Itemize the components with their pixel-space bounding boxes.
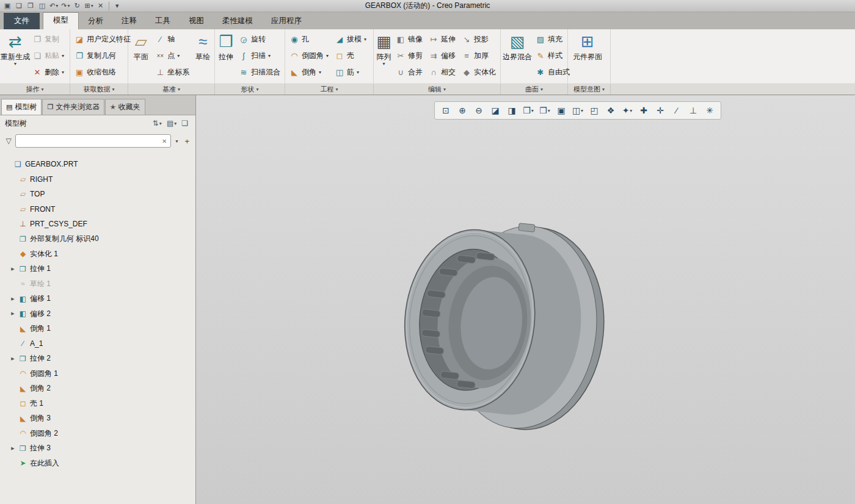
tree-filters-icon[interactable]: ⇅▾ [150, 119, 164, 128]
sketch-button[interactable]: ≈ 草绘 [192, 30, 213, 61]
tree-item[interactable]: ◣倒角 1 [0, 322, 195, 337]
section-icon[interactable]: ◫▾ [570, 103, 585, 118]
tree-columns-icon[interactable]: ▤▾ [164, 119, 179, 128]
expand-arrow-icon[interactable]: ▶ [9, 311, 17, 316]
scene-icon[interactable]: ❖ [603, 103, 618, 118]
save-icon[interactable]: ◫ [37, 1, 48, 11]
saved-orientations-icon[interactable]: ❐▾ [537, 103, 552, 118]
tree-item[interactable]: ⊥PRT_CSYS_DEF [0, 217, 195, 232]
ribbon-tab-model[interactable]: 模型 [43, 12, 79, 29]
group-label-datum[interactable]: 基准▾ [128, 84, 215, 95]
filter-icon[interactable]: ▽ [4, 137, 13, 145]
extend-button[interactable]: ↦ 延伸 [426, 31, 459, 48]
new-file-icon[interactable]: ❏ [13, 1, 24, 11]
boundary-blend-button[interactable]: ▧ 边界混合 [502, 30, 533, 61]
chamfer-button[interactable]: ◣ 倒角 ▾ [286, 64, 332, 81]
undo-icon[interactable]: ↶▾ [48, 1, 59, 11]
tree-item[interactable]: ▶❒拉伸 2 [0, 351, 195, 367]
delete-button[interactable]: ✕ 删除 ▾ [29, 64, 67, 81]
ribbon-tab-file[interactable]: 文件 [4, 13, 40, 29]
shell-button[interactable]: ◻ 壳 [332, 48, 369, 64]
group-label-editing[interactable]: 编辑▾ [374, 84, 501, 95]
gearbox-model[interactable] [395, 212, 614, 437]
search-options-chevron-icon[interactable]: ▾ [173, 139, 180, 144]
draft-button[interactable]: ◢ 拔模 ▾ [332, 31, 369, 48]
close-window-icon[interactable]: ✕ [95, 1, 106, 11]
datum-axis-button[interactable]: ∕ 轴 [152, 31, 192, 48]
tree-item[interactable]: ◆实体化 1 [0, 247, 195, 262]
zoom-out-icon[interactable]: ⊖ [471, 103, 486, 118]
open-file-icon[interactable]: ❐ [25, 1, 36, 11]
point-display-icon[interactable]: ✛ [653, 103, 668, 118]
ribbon-tab-view[interactable]: 视图 [180, 13, 213, 29]
shrinkwrap-button[interactable]: ▣ 收缩包络 [71, 64, 134, 81]
datum-csys-button[interactable]: ⊥ 坐标系 [152, 64, 192, 81]
add-filter-icon[interactable]: + [182, 137, 192, 146]
tree-detach-icon[interactable]: ❏ [179, 119, 191, 128]
ribbon-tab-flexible-modeling[interactable]: 柔性建模 [213, 13, 262, 29]
capture-image-icon[interactable]: ▣ [554, 103, 569, 118]
tree-item[interactable]: ◣倒角 2 [0, 381, 195, 397]
fill-button[interactable]: ▨ 填充 [533, 31, 573, 48]
panel-tab-folder-browser[interactable]: ❐文件夹浏览器 [42, 99, 104, 115]
solidify-button[interactable]: ◆ 实体化 [459, 64, 499, 81]
annotation-display-icon[interactable]: ✚ [636, 103, 651, 118]
freestyle-button[interactable]: ✱ 自由式 [533, 64, 573, 81]
merge-button[interactable]: ∪ 合并 [393, 64, 426, 81]
mirror-button[interactable]: ◧ 镜像 [393, 31, 426, 48]
group-label-shapes[interactable]: 形状▾ [215, 84, 285, 95]
group-label-operations[interactable]: 操作▾ [0, 84, 70, 95]
style-button[interactable]: ✎ 样式 [533, 48, 573, 64]
datum-plane-button[interactable]: ▱ 平面 [129, 30, 152, 61]
expand-arrow-icon[interactable]: ▶ [9, 297, 17, 301]
csys-display-icon[interactable]: ⊥ [686, 103, 700, 118]
tree-item[interactable]: ▱RIGHT [0, 172, 195, 187]
tree-item[interactable]: ◠倒圆角 1 [0, 366, 195, 381]
zoom-in-icon[interactable]: ⊕ [455, 103, 470, 118]
sweep-button[interactable]: ∫ 扫描 ▾ [236, 48, 283, 64]
tree-search-input[interactable] [18, 136, 161, 146]
redo-icon[interactable]: ↷▾ [60, 1, 71, 11]
tree-item[interactable]: ∕A_1 [0, 336, 195, 351]
group-label-engineering[interactable]: 工程▾ [285, 84, 374, 95]
component-interface-button[interactable]: ⊞ 元件界面 [569, 30, 606, 61]
group-label-get-data[interactable]: 获取数据▾ [70, 84, 128, 95]
rib-button[interactable]: ◫ 筋 ▾ [332, 64, 369, 81]
window-icon[interactable]: ⊞▾ [83, 1, 94, 11]
axis-display-icon[interactable]: ∕ [669, 103, 684, 118]
extrude-button[interactable]: ❒ 拉伸 [216, 30, 236, 61]
datum-display-icon[interactable]: ✦▾ [620, 103, 635, 118]
tree-item[interactable]: ▶❒拉伸 1 [0, 262, 195, 277]
tree-item[interactable]: ❐外部复制几何 标识40 [0, 232, 195, 247]
refit-icon[interactable]: ⊡ [438, 103, 453, 118]
ribbon-tab-analysis[interactable]: 分析 [79, 13, 112, 29]
group-label-surfaces[interactable]: 曲面▾ [501, 84, 568, 95]
ribbon-tab-tools[interactable]: 工具 [146, 13, 180, 29]
tree-item[interactable]: ◠倒圆角 2 [0, 426, 195, 441]
copy-geometry-button[interactable]: ❐ 复制几何 [71, 48, 134, 64]
tree-item[interactable]: ◣倒角 3 [0, 411, 195, 427]
clear-search-icon[interactable]: ✕ [161, 138, 168, 145]
copy-button[interactable]: ❐ 复制 [29, 31, 67, 48]
perspective-icon[interactable]: ◰ [587, 103, 602, 118]
datum-point-button[interactable]: ×× 点 ▾ [152, 48, 192, 64]
graphics-viewport[interactable]: ⊡⊕⊖◪◨❒▾❐▾▣◫▾◰❖✦▾✚✛∕⊥✳ [196, 95, 855, 504]
paste-button[interactable]: ❏ 粘贴 ▾ [29, 48, 67, 64]
group-label-model-intent[interactable]: 模型意图▾ [568, 84, 611, 95]
panel-tab-favorites[interactable]: ✭收藏夹 [105, 99, 145, 115]
hole-button[interactable]: ◉ 孔 [286, 31, 332, 48]
thicken-button[interactable]: ≡ 加厚 [459, 48, 499, 64]
intersect-button[interactable]: ∩ 相交 [426, 64, 459, 81]
tree-item[interactable]: ▶◧偏移 1 [0, 292, 195, 307]
round-button[interactable]: ◠ 倒圆角 ▾ [286, 48, 332, 64]
tree-item[interactable]: ▶◧偏移 2 [0, 306, 195, 322]
tree-item[interactable]: ▱TOP [0, 187, 195, 202]
tree-item[interactable]: ❑GEARBOX.PRT [0, 157, 195, 172]
offset-button[interactable]: ⇉ 偏移 [426, 48, 459, 64]
ribbon-tab-applications[interactable]: 应用程序 [262, 13, 311, 29]
trim-button[interactable]: ✂ 修剪 [393, 48, 426, 64]
expand-arrow-icon[interactable]: ▶ [9, 356, 17, 361]
ribbon-tab-annotate[interactable]: 注释 [112, 13, 146, 29]
expand-arrow-icon[interactable]: ▶ [9, 446, 17, 451]
tree-item[interactable]: ◻壳 1 [0, 396, 195, 411]
